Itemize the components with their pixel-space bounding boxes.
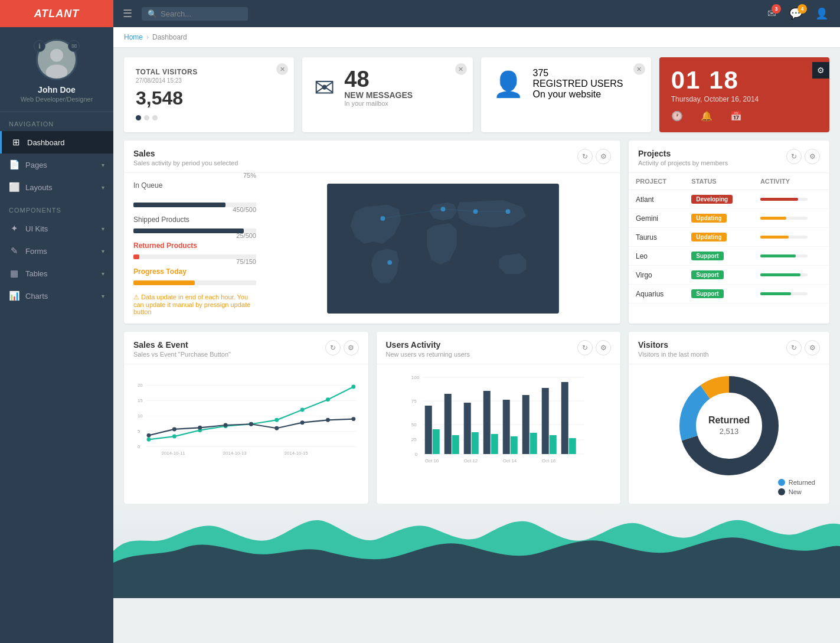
sidebar-item-label: Layouts [25, 183, 96, 192]
project-status: Support [684, 266, 753, 285]
sales-stats: In Queue 75% Shi [124, 173, 266, 324]
svg-text:20: 20 [138, 383, 143, 388]
svg-text:2014-10-15: 2014-10-15 [285, 451, 309, 456]
projects-card-actions: ↻ ⚙ [786, 149, 820, 164]
legend-new-label: New [789, 488, 802, 495]
svg-point-28 [300, 408, 305, 412]
sidebar-item-label: Pages [25, 161, 96, 169]
clock-icons: 🕐 🔔 📅 [671, 110, 818, 122]
sidebar-item-label: UI Kits [25, 224, 96, 233]
settings-btn[interactable]: ⚙ [812, 62, 829, 79]
svg-point-34 [224, 423, 228, 427]
chat-btn[interactable]: 💬 4 [785, 4, 807, 23]
table-row: Leo Support [629, 247, 829, 266]
chevron-down-icon: ▾ [102, 184, 104, 191]
svg-point-32 [172, 427, 177, 431]
mid-row: Sales Sales activity by period you selec… [113, 132, 840, 324]
project-activity [753, 266, 829, 285]
clock-day: Thursday, October 16, 2014 [671, 95, 818, 103]
donut-legend: Returned New [778, 479, 815, 495]
chevron-down-icon: ▾ [102, 248, 104, 254]
search-icon: 🔍 [148, 9, 157, 18]
sidebar-item-forms[interactable]: ✎ Forms ▾ [0, 240, 113, 262]
profile-mail-icon[interactable]: ✉ [68, 40, 80, 52]
svg-rect-61 [502, 400, 509, 454]
sales-settings-btn[interactable]: ⚙ [596, 149, 611, 164]
profile-info-icon[interactable]: ℹ [34, 40, 45, 52]
user-btn[interactable]: 👤 [810, 4, 833, 23]
chevron-down-icon: ▾ [102, 270, 104, 277]
uikits-icon: ✦ [9, 223, 19, 234]
close-visitors-btn[interactable]: ✕ [276, 63, 288, 75]
projects-settings-btn[interactable]: ⚙ [805, 149, 820, 164]
svg-text:Returned: Returned [708, 415, 750, 425]
projects-title-block: Projects Activity of projects by members [638, 149, 786, 167]
tables-icon: ▦ [9, 268, 19, 279]
avatar-wrapper: ℹ ✉ [36, 39, 77, 80]
dot-1[interactable] [136, 115, 141, 120]
visitors-title: TOTAL VISITORS [136, 68, 282, 76]
users-label: REGISTRED USERS [533, 79, 623, 89]
sidebar-item-tables[interactable]: ▦ Tables ▾ [0, 262, 113, 285]
chat-badge: 4 [797, 4, 807, 14]
svg-point-29 [326, 397, 330, 402]
svg-text:100: 100 [411, 375, 419, 380]
users-activity-subtitle: New users vs returning users [386, 351, 578, 358]
progress-val: 75/150 [236, 258, 256, 278]
svg-rect-55 [444, 394, 451, 454]
sales-event-refresh-btn[interactable]: ↻ [325, 340, 341, 355]
breadcrumb-current: Dashboard [152, 33, 187, 41]
bell-icon: 🔔 [701, 110, 712, 122]
svg-point-23 [172, 435, 177, 439]
dot-3[interactable] [152, 115, 158, 120]
table-row: Virgo Support [629, 266, 829, 285]
shipped-label: Shipped Products [133, 216, 189, 224]
content-area: Home › Dashboard ✕ TOTAL VISITORS 27/08/… [113, 27, 840, 643]
breadcrumb-home[interactable]: Home [124, 33, 143, 41]
visitors-refresh-btn[interactable]: ↻ [786, 340, 802, 355]
visitors-settings-btn[interactable]: ⚙ [805, 340, 820, 355]
returned-bar [133, 254, 139, 259]
svg-text:10: 10 [138, 413, 143, 419]
menu-toggle-icon[interactable]: ☰ [119, 4, 136, 24]
notifications-btn[interactable]: ✉ 3 [763, 4, 781, 23]
users-activity-refresh-btn[interactable]: ↻ [577, 340, 593, 355]
sidebar-item-label: Tables [25, 269, 96, 278]
nav-section-label: Navigation [0, 112, 113, 131]
project-status: Developing [684, 190, 753, 209]
sales-card: Sales Sales activity by period you selec… [124, 141, 620, 324]
users-text: 375 REGISTRED USERS On your website [533, 68, 623, 100]
profile-role: Web Developer/Designer [21, 96, 93, 103]
search-input[interactable] [161, 9, 231, 18]
visitors-card: Visitors Visitors in the last month ↻ ⚙ [629, 332, 829, 504]
svg-rect-54 [432, 429, 439, 454]
svg-point-36 [274, 426, 279, 430]
close-messages-btn[interactable]: ✕ [455, 63, 467, 75]
visitors-dots [136, 115, 282, 120]
stat-card-clock: ✕ 01 18 Thursday, October 16, 2014 🕐 🔔 📅… [659, 57, 829, 132]
svg-point-1 [50, 49, 63, 62]
sidebar-item-dashboard[interactable]: ⊞ Dashboard [0, 131, 113, 154]
activity-bar [760, 236, 789, 239]
clock-icon: 🕐 [671, 110, 683, 122]
visitors-actions: ↻ ⚙ [786, 340, 820, 355]
sidebar-item-pages[interactable]: 📄 Pages ▾ [0, 154, 113, 176]
users-activity-settings-btn[interactable]: ⚙ [596, 340, 611, 355]
chevron-down-icon: ▾ [102, 162, 104, 168]
charts-icon: 📊 [9, 291, 19, 301]
sidebar-item-charts[interactable]: 📊 Charts ▾ [0, 285, 113, 307]
sales-title: Sales [133, 149, 577, 158]
sales-refresh-btn[interactable]: ↻ [577, 149, 593, 164]
project-status: Support [684, 247, 753, 266]
dot-2[interactable] [144, 115, 149, 120]
sales-event-subtitle: Sales vs Event "Purchase Button" [133, 351, 325, 358]
projects-refresh-btn[interactable]: ↻ [786, 149, 802, 164]
close-users-btn[interactable]: ✕ [633, 63, 645, 75]
sidebar-item-uikits[interactable]: ✦ UI Kits ▾ [0, 217, 113, 240]
table-row: Taurus Updating [629, 228, 829, 247]
stats-row: ✕ TOTAL VISITORS 27/08/2014 15:23 3,548 … [113, 48, 840, 132]
sales-event-settings-btn[interactable]: ⚙ [344, 340, 359, 355]
sidebar-item-layouts[interactable]: ⬜ Layouts ▾ [0, 176, 113, 198]
table-row: Gemini Updating [629, 209, 829, 228]
svg-rect-64 [530, 433, 537, 454]
